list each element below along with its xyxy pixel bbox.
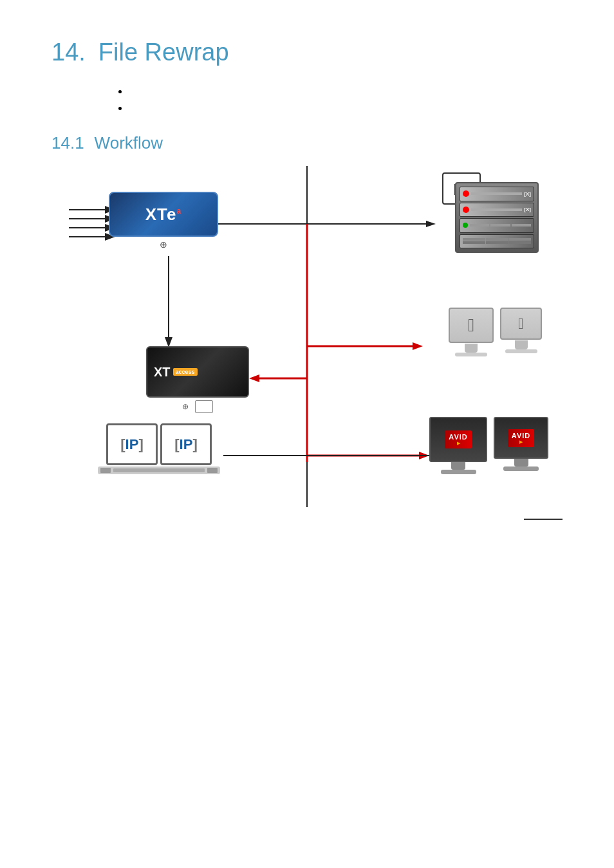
chapter-number: 14.	[51, 39, 86, 66]
chapter-title: File Rewrap	[98, 39, 229, 66]
server-rack: [X] [X] [X]	[442, 172, 539, 275]
avid-devices: AVID ▶ AVID ▶	[429, 417, 548, 474]
mac-computer-1: 	[449, 308, 494, 356]
svg-marker-9	[249, 374, 259, 382]
avid-device-2: AVID ▶	[494, 417, 548, 474]
section-title: Workflow	[95, 133, 163, 153]
xte-device: XTea ⊕	[109, 192, 218, 250]
mac-computer-2: 	[500, 308, 542, 356]
mac-apple-icon-2: 	[518, 315, 524, 333]
ip-bottom-bar	[98, 466, 220, 474]
avid-logo-1: AVID ▶	[445, 430, 471, 448]
bullet-item-1	[129, 86, 563, 97]
bullet-list	[129, 86, 563, 114]
section-number: 14.1	[51, 133, 84, 153]
xte-label: XTea	[145, 205, 181, 225]
mac-apple-icon: 	[468, 315, 474, 336]
page-number	[524, 519, 563, 533]
xt-access-label: XT	[154, 365, 171, 380]
ip-box-2: [IP]	[160, 423, 212, 465]
svg-marker-2	[426, 221, 436, 227]
svg-marker-5	[413, 342, 423, 350]
bullet-item-2	[129, 102, 563, 114]
mac-computers:  	[449, 308, 542, 356]
avid-logo-2: AVID ▶	[508, 429, 534, 447]
workflow-diagram: XTea ⊕ XT access ⊕ [I	[56, 166, 558, 507]
page-content: 14. File Rewrap 14.1 Workflow	[0, 0, 614, 559]
xt-access-device: XT access ⊕	[146, 346, 249, 413]
xte-sup: a	[177, 207, 182, 216]
avid-device-1: AVID ▶	[429, 417, 487, 474]
xt-access-port: ⊕	[182, 402, 189, 411]
server-chassis: [X] [X]	[455, 182, 539, 253]
xte-port-icon: ⊕	[160, 239, 167, 250]
ip-devices: [IP] [IP]	[95, 423, 223, 494]
xt-access-badge: access	[173, 368, 198, 376]
ip-box-1: [IP]	[106, 423, 158, 465]
